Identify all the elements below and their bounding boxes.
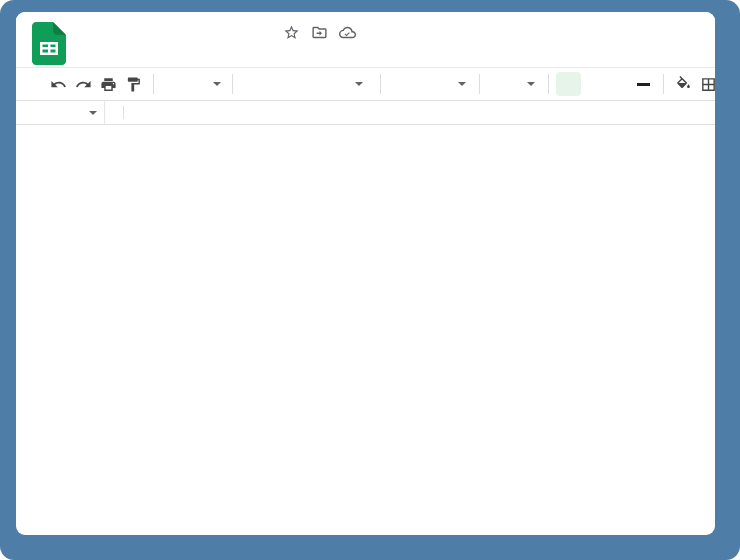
toolbar-separator: [479, 74, 480, 94]
text-color-button[interactable]: [631, 72, 656, 96]
toolbar-separator: [663, 74, 664, 94]
chevron-down-icon: [527, 82, 535, 86]
percent-format-button[interactable]: [265, 72, 290, 96]
toolbar-separator: [380, 74, 381, 94]
chevron-down-icon: [213, 82, 221, 86]
paint-format-button[interactable]: [121, 72, 146, 96]
zoom-select[interactable]: [161, 72, 225, 96]
print-icon: [100, 76, 117, 93]
color-bar: [637, 83, 650, 86]
decrease-decimal-button[interactable]: [290, 72, 315, 96]
increase-decimal-button[interactable]: [315, 72, 340, 96]
toolbar-separator: [153, 74, 154, 94]
toolbar: [16, 67, 715, 101]
undo-icon: [50, 76, 67, 93]
screenshot: [0, 0, 740, 560]
chevron-down-icon: [458, 82, 466, 86]
italic-button[interactable]: [581, 72, 606, 96]
number-format-select[interactable]: [340, 72, 373, 96]
toolbar-separator: [232, 74, 233, 94]
formula-input[interactable]: [124, 101, 715, 124]
chevron-down-icon: [355, 82, 363, 86]
fill-color-button[interactable]: [671, 72, 696, 96]
app-header: [16, 12, 715, 67]
chevron-down-icon: [89, 111, 97, 115]
borders-button[interactable]: [696, 72, 715, 96]
bold-button[interactable]: [556, 72, 581, 96]
menu-bar: [87, 47, 715, 67]
name-box[interactable]: [16, 101, 104, 124]
divider: [104, 101, 105, 124]
print-button[interactable]: [96, 72, 121, 96]
star-icon[interactable]: [283, 24, 300, 45]
toolbar-separator: [548, 74, 549, 94]
font-select[interactable]: [388, 72, 472, 96]
sheets-window: [16, 12, 715, 535]
fill-color-icon: [675, 76, 692, 93]
currency-format-button[interactable]: [240, 72, 265, 96]
formula-bar: [16, 101, 715, 125]
undo-button[interactable]: [46, 72, 71, 96]
sheets-logo-icon[interactable]: [32, 22, 66, 65]
font-size-select[interactable]: [487, 72, 541, 96]
move-folder-icon[interactable]: [311, 24, 328, 45]
cloud-check-icon[interactable]: [339, 24, 356, 45]
paint-format-icon: [125, 76, 142, 93]
redo-icon: [75, 76, 92, 93]
borders-icon: [700, 76, 715, 93]
strikethrough-button[interactable]: [606, 72, 631, 96]
redo-button[interactable]: [71, 72, 96, 96]
